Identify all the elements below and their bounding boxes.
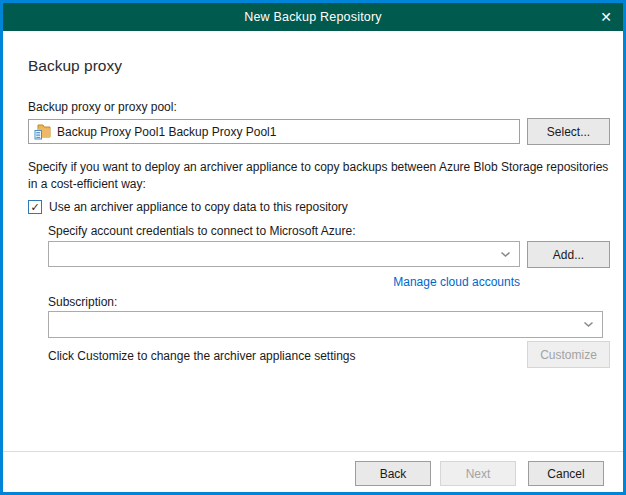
intro-text: Specify if you want to deploy an archive… [28, 159, 608, 193]
footer-divider [3, 451, 623, 452]
manage-cloud-accounts-link[interactable]: Manage cloud accounts [393, 275, 520, 289]
select-button[interactable]: Select... [527, 118, 610, 145]
add-button[interactable]: Add... [527, 241, 610, 268]
proxy-pool-icon [34, 123, 52, 140]
page-title: Backup proxy [28, 57, 122, 75]
proxy-pool-value: Backup Proxy Pool1 Backup Proxy Pool1 [57, 125, 276, 139]
credentials-label: Specify account credentials to connect t… [48, 224, 356, 238]
close-icon[interactable]: ✕ [582, 3, 612, 31]
back-button[interactable]: Back [355, 461, 431, 486]
archiver-checkbox-row: ✓ Use an archiver appliance to copy data… [28, 200, 348, 214]
intro-text-line2: in a cost-efficient way: [28, 176, 608, 193]
archiver-checkbox[interactable]: ✓ [28, 200, 42, 214]
credentials-dropdown[interactable] [48, 241, 520, 267]
chevron-down-icon [500, 251, 511, 258]
subscription-dropdown[interactable] [48, 311, 603, 338]
next-button[interactable]: Next [440, 461, 516, 486]
proxy-pool-label: Backup proxy or proxy pool: [28, 100, 177, 114]
subscription-label: Subscription: [48, 295, 117, 309]
intro-text-line1: Specify if you want to deploy an archive… [28, 159, 608, 176]
customize-hint: Click Customize to change the archiver a… [48, 349, 356, 363]
checkmark-icon: ✓ [30, 201, 39, 214]
titlebar: New Backup Repository ✕ [3, 3, 623, 31]
cancel-button[interactable]: Cancel [528, 461, 604, 486]
new-backup-repository-dialog: New Backup Repository ✕ Backup proxy Bac… [0, 0, 626, 495]
manage-link-row: Manage cloud accounts [48, 272, 520, 290]
proxy-pool-field[interactable]: Backup Proxy Pool1 Backup Proxy Pool1 [28, 119, 520, 144]
archiver-checkbox-label[interactable]: Use an archiver appliance to copy data t… [49, 200, 348, 214]
window-title: New Backup Repository [244, 10, 382, 24]
customize-button[interactable]: Customize [527, 341, 610, 368]
chevron-down-icon [583, 321, 594, 328]
